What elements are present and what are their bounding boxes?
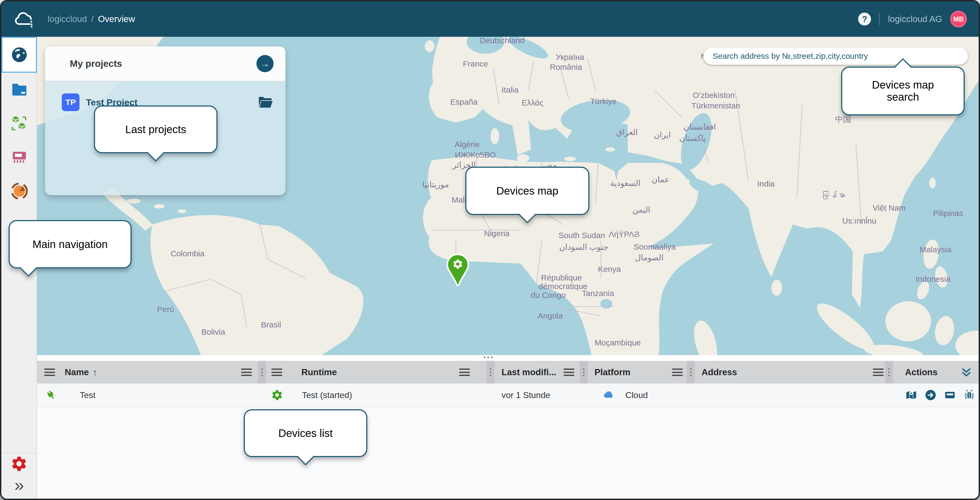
sidebar-item-devices[interactable]	[2, 140, 37, 174]
map-country-label: démocratique	[539, 282, 587, 291]
column-label[interactable]: Last modifi...	[501, 367, 556, 377]
callout-text: Devices map search	[857, 79, 948, 103]
open-circle-arrow-icon[interactable]	[924, 389, 937, 401]
map-country-label: Italia	[501, 85, 519, 94]
project-badge: TP	[62, 94, 80, 111]
column-menu-icon[interactable]	[459, 368, 470, 376]
sidebar-item-projects[interactable]	[2, 73, 37, 106]
column-label[interactable]: Name	[65, 367, 89, 377]
column-menu-icon[interactable]	[563, 368, 574, 376]
column-menu-icon[interactable]	[873, 368, 884, 376]
device-platform: Cloud	[625, 390, 648, 400]
plc-device-icon	[11, 148, 28, 166]
device-table-row[interactable]: Test Test (started) vor 1 Stunde Cloud	[37, 384, 978, 407]
plug-icon	[45, 389, 57, 401]
map-country-label: العراق	[616, 127, 638, 137]
breadcrumb-app[interactable]: logiccloud	[48, 14, 87, 24]
map-country-label: Bolivia	[201, 327, 225, 337]
map-country-label: India	[757, 179, 775, 189]
folder-open-icon[interactable]	[258, 94, 274, 110]
callout-text: Main navigation	[32, 238, 108, 251]
column-resizer[interactable]	[885, 361, 893, 384]
cloud-icon	[601, 390, 616, 400]
column-header-address[interactable]: Address	[695, 361, 885, 384]
column-resizer[interactable]	[580, 361, 588, 384]
map-country-label: République	[541, 273, 582, 283]
map-country-label: Україна	[556, 52, 584, 62]
map-country-label: South Sudan	[558, 231, 605, 240]
map-country-label: Pilipinas	[933, 209, 963, 218]
folder-icon	[11, 81, 28, 98]
map-country-label: Kenya	[598, 265, 621, 274]
arrow-right-circle-icon[interactable]: →	[256, 55, 274, 72]
my-projects-title: My projects	[70, 58, 122, 69]
device-runtime: Test (started)	[302, 390, 352, 400]
help-icon[interactable]: ?	[858, 13, 871, 25]
sidebar-item-deployments[interactable]	[2, 106, 37, 140]
collapse-chevrons-icon[interactable]: »	[2, 477, 37, 493]
map-country-label: Malaysia	[920, 245, 951, 254]
map-country-label: du Congo	[531, 290, 566, 300]
column-resizer[interactable]	[687, 361, 695, 384]
map-country-label: Türkmenistan	[691, 101, 740, 110]
column-label[interactable]: Runtime	[302, 367, 337, 377]
sidebar-item-overview-map[interactable]	[2, 37, 37, 73]
drag-handle-icon[interactable]	[44, 368, 55, 376]
map-country-label: Angola	[538, 311, 563, 321]
console-icon[interactable]	[944, 389, 956, 401]
map-country-label: România	[550, 62, 582, 71]
organization-name[interactable]: logiccloud AG	[888, 14, 942, 24]
column-header-name[interactable]: Name ↑	[37, 361, 258, 384]
map-country-label: O’zbekiston	[693, 91, 735, 100]
column-resizer-dots-icon	[583, 368, 584, 376]
gear-icon	[271, 389, 283, 401]
map-country-label: Mali	[452, 195, 466, 205]
user-avatar[interactable]: MB	[950, 11, 967, 27]
sort-ascending-icon[interactable]: ↑	[92, 367, 97, 378]
map-country-label: Moçambique	[595, 338, 641, 347]
column-header-runtime[interactable]: Runtime	[266, 361, 487, 384]
device-map-marker[interactable]	[445, 253, 470, 287]
map-search-input[interactable]	[703, 48, 968, 65]
topbar-divider	[879, 13, 880, 25]
column-label[interactable]: Actions	[905, 367, 937, 377]
map-country-label: ایران	[654, 130, 671, 140]
cloud-logo-icon[interactable]	[13, 11, 36, 27]
pie-monitor-icon	[11, 182, 28, 200]
breadcrumb-separator: /	[91, 14, 94, 24]
app-window: DeutschlandУкраїнаFranceRomâniaItaliaEsp…	[0, 0, 980, 500]
sidebar-divider	[2, 453, 37, 453]
annotation-callout-last-projects: Last projects	[94, 105, 218, 153]
column-header-actions[interactable]: Actions	[893, 361, 978, 384]
column-resizer-dots-icon	[888, 368, 890, 376]
device-last-modified: vor 1 Stunde	[501, 390, 550, 400]
map-country-label: Türkiye	[590, 97, 616, 106]
annotation-callout-devices-list: Devices list	[244, 409, 367, 457]
sidebar-item-monitoring[interactable]	[2, 174, 37, 208]
column-label[interactable]: Platform	[595, 367, 630, 377]
pane-resizer-handle[interactable]: ⋯	[37, 355, 978, 361]
column-menu-icon[interactable]	[672, 368, 683, 376]
breadcrumb-page[interactable]: Overview	[98, 14, 135, 24]
annotation-callout-main-navigation: Main navigation	[9, 220, 132, 268]
drag-handle-icon[interactable]	[272, 368, 282, 376]
map-country-label: Soomaaliya	[634, 242, 676, 251]
map-marker-icon[interactable]	[905, 389, 918, 401]
settings-gear-icon[interactable]	[10, 455, 28, 473]
devices-table-header: Name ↑ Runtime Last modifi... Platform	[37, 361, 978, 384]
map-search[interactable]	[703, 48, 968, 65]
map-country-label: عمان	[652, 175, 669, 184]
map-country-label: Nigeria	[484, 229, 510, 238]
column-resizer-dots-icon	[261, 368, 263, 376]
column-resizer[interactable]	[487, 361, 495, 384]
column-resizer[interactable]	[258, 361, 266, 384]
column-label[interactable]: Address	[702, 367, 737, 377]
map-country-label: Indonesia	[916, 275, 950, 284]
column-header-platform[interactable]: Platform	[588, 361, 687, 384]
double-chevron-down-icon[interactable]	[959, 366, 973, 378]
column-menu-icon[interactable]	[241, 368, 252, 376]
debug-bug-icon[interactable]	[963, 389, 975, 401]
column-header-last-modified[interactable]: Last modifi...	[495, 361, 580, 384]
device-name: Test	[80, 390, 95, 400]
map-country-label: Deutschland	[480, 37, 525, 45]
